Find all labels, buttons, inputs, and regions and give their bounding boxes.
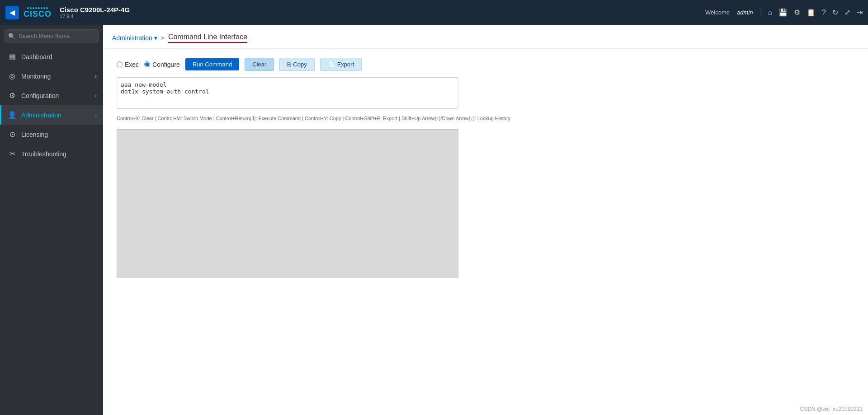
- clear-button[interactable]: Clear: [245, 58, 274, 71]
- welcome-text: Welcome: [705, 9, 730, 16]
- command-input[interactable]: aaa new-model dot1x system-auth-control: [117, 77, 458, 109]
- breadcrumb-current-label: Command Line Interface: [168, 33, 247, 43]
- breadcrumb: Administration ▾ > Command Line Interfac…: [103, 25, 868, 49]
- breadcrumb-separator: >: [161, 34, 165, 42]
- device-name: Cisco C9200L-24P-4G: [60, 6, 130, 14]
- administration-arrow-icon: ›: [95, 112, 97, 118]
- sidebar-item-monitoring-label: Monitoring: [21, 73, 51, 80]
- run-command-button[interactable]: Run Command: [185, 58, 239, 70]
- sidebar-item-troubleshooting-label: Troubleshooting: [21, 150, 66, 158]
- configure-mode-radio[interactable]: [144, 61, 150, 67]
- copy-button[interactable]: ⎘ Copy: [279, 58, 314, 71]
- search-box: 🔍: [5, 29, 99, 42]
- home-icon[interactable]: ⌂: [768, 9, 772, 17]
- refresh-icon[interactable]: ↻: [832, 8, 838, 17]
- content-area: Administration ▾ > Command Line Interfac…: [103, 25, 868, 415]
- breadcrumb-parent-label: Administration: [112, 34, 152, 42]
- monitoring-icon: ◎: [8, 72, 17, 80]
- admin-name: admin: [737, 9, 753, 16]
- search-input[interactable]: [5, 29, 99, 42]
- back-button[interactable]: ◀: [5, 6, 19, 19]
- monitoring-arrow-icon: ›: [95, 73, 97, 79]
- export-button[interactable]: 📄 Export: [320, 58, 362, 71]
- header-divider: [760, 8, 760, 17]
- sidebar-item-licensing-label: Licensing: [21, 131, 48, 138]
- export-label: Export: [337, 61, 354, 68]
- header-icons: ⌂ 💾 ⚙ 📋 ? ↻ ⤢ ⇥: [768, 8, 863, 17]
- device-version: 17.9.4: [60, 14, 130, 19]
- sidebar-item-dashboard[interactable]: ▦ Dashboard: [0, 47, 103, 66]
- exec-mode-label[interactable]: Exec: [117, 61, 139, 68]
- save-icon[interactable]: 💾: [778, 8, 788, 17]
- device-info: Cisco C9200L-24P-4G 17.9.4: [60, 6, 130, 19]
- keyboard-hints: Control+X: Clear | Control+M: Switch Mod…: [117, 115, 854, 123]
- search-icon: 🔍: [8, 33, 15, 39]
- mode-row: Exec Configure Run Command Clear ⎘ Copy …: [117, 58, 854, 71]
- cisco-text: CISCO: [24, 10, 52, 18]
- copy-icon: ⎘: [287, 61, 291, 68]
- question-icon[interactable]: ?: [822, 9, 826, 17]
- configure-mode-label[interactable]: Configure: [144, 61, 180, 68]
- configuration-arrow-icon: ›: [95, 93, 97, 99]
- sidebar-item-administration-label: Administration: [21, 112, 61, 119]
- exec-mode-text: Exec: [125, 61, 139, 68]
- export-icon: 📄: [328, 61, 335, 68]
- troubleshooting-icon: ✂: [8, 149, 17, 158]
- sidebar-item-configuration[interactable]: ⚙ Configuration ›: [0, 86, 103, 105]
- expand-icon[interactable]: ⤢: [844, 8, 850, 17]
- administration-icon: 👤: [8, 111, 17, 119]
- sidebar-item-configuration-label: Configuration: [21, 92, 59, 99]
- sidebar-item-dashboard-label: Dashboard: [21, 53, 52, 61]
- sidebar-item-monitoring[interactable]: ◎ Monitoring ›: [0, 66, 103, 86]
- cli-output-area: [117, 129, 458, 278]
- cisco-bars-icon: [27, 7, 48, 9]
- configuration-icon: ⚙: [8, 91, 17, 100]
- sidebar-item-troubleshooting[interactable]: ✂ Troubleshooting: [0, 144, 103, 163]
- sidebar-item-administration[interactable]: 👤 Administration ›: [0, 105, 103, 125]
- footer-watermark: CSDN @zet_xu20190313: [800, 406, 863, 412]
- dashboard-icon: ▦: [8, 52, 17, 61]
- cisco-logo: CISCO: [24, 7, 52, 18]
- back-icon: ◀: [9, 8, 15, 17]
- clipboard-icon[interactable]: 📋: [807, 8, 816, 17]
- breadcrumb-parent-link[interactable]: Administration ▾: [112, 34, 157, 42]
- header-right: Welcome admin ⌂ 💾 ⚙ 📋 ? ↻ ⤢ ⇥: [705, 8, 863, 17]
- breadcrumb-dropdown-icon: ▾: [154, 34, 157, 42]
- main-container: 🔍 ▦ Dashboard ◎ Monitoring › ⚙ Configura…: [0, 25, 868, 415]
- header-left: ◀ CISCO Cisco C9200L-24P-4G 17.9.4: [5, 6, 130, 19]
- sidebar-item-licensing[interactable]: ⊙ Licensing: [0, 125, 103, 144]
- logout-icon[interactable]: ⇥: [857, 8, 863, 17]
- sidebar: 🔍 ▦ Dashboard ◎ Monitoring › ⚙ Configura…: [0, 25, 103, 415]
- configure-mode-text: Configure: [152, 61, 180, 68]
- header: ◀ CISCO Cisco C9200L-24P-4G 17.9.4 Welco…: [0, 0, 868, 25]
- licensing-icon: ⊙: [8, 130, 17, 139]
- copy-label: Copy: [293, 61, 307, 68]
- exec-mode-radio[interactable]: [117, 61, 123, 67]
- gear-icon[interactable]: ⚙: [794, 8, 800, 17]
- cli-content: Exec Configure Run Command Clear ⎘ Copy …: [103, 49, 868, 287]
